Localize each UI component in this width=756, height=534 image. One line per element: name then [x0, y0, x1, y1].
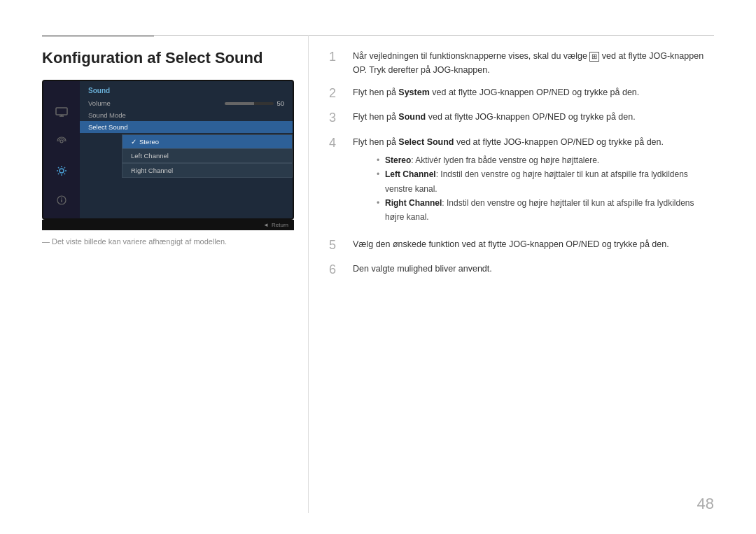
select-sound-label: Select Sound: [88, 123, 128, 131]
dropdown-stereo[interactable]: ✓ Stereo: [122, 134, 293, 148]
stereo-bold: Stereo: [385, 155, 411, 165]
bullet-right-channel: Right Channel: Indstil den venstre og hø…: [377, 196, 714, 225]
volume-value: 50: [276, 99, 284, 107]
dropdown-right-channel[interactable]: Right Channel: [122, 163, 293, 178]
tv-menu-area: Sound Volume 50 Sound Mode Select Sound: [80, 81, 293, 218]
step-4-text: Flyt hen på Select Sound ved at flytte J…: [353, 135, 714, 229]
page-title: Konfiguration af Select Sound: [42, 49, 301, 67]
tv-volume-item: Volume 50: [80, 97, 293, 109]
network-icon: [52, 132, 71, 151]
step-3: 3 Flyt hen på Sound ved at flytte JOG-kn…: [329, 110, 714, 126]
step-5-number: 5: [329, 237, 343, 253]
left-channel-label: Left Channel: [131, 152, 169, 160]
vertical-divider: [308, 35, 309, 513]
step-3-number: 3: [329, 110, 343, 126]
page-number: 48: [697, 495, 714, 513]
svg-point-7: [61, 197, 62, 199]
step-5-text: Vælg den ønskede funktion ved at flytte …: [353, 237, 669, 251]
steps-list: 1 Når vejledningen til funktionsknappern…: [329, 49, 714, 279]
step-3-text: Flyt hen på Sound ved at flytte JOG-knap…: [353, 110, 636, 124]
progress-fill: [225, 102, 254, 105]
sound-dropdown: ✓ Stereo Left Channel Right Channel: [122, 134, 293, 178]
tv-footer: ◄ Return: [42, 220, 294, 230]
step-6: 6 Den valgte mulighed bliver anvendt.: [329, 262, 714, 278]
checkmark-icon: ✓: [131, 138, 136, 146]
info-icon: [52, 190, 71, 210]
step-2: 2 Flyt hen på System ved at flytte JOG-k…: [329, 85, 714, 101]
return-label: Return: [272, 222, 288, 228]
svg-point-3: [60, 140, 63, 143]
step-2-number: 2: [329, 85, 343, 101]
grid-icon: ⊞: [589, 52, 599, 62]
image-note: ― Det viste billede kan variere afhængig…: [42, 237, 301, 246]
monitor-icon: [52, 102, 71, 122]
dropdown-left-channel[interactable]: Left Channel: [122, 148, 293, 163]
step-1: 1 Når vejledningen til funktionsknappern…: [329, 49, 714, 77]
tv-sound-mode-item: Sound Mode: [80, 109, 293, 121]
tv-screen-mockup: Sound Volume 50 Sound Mode Select Sound: [42, 80, 294, 220]
right-column: 1 Når vejledningen til funktionsknappern…: [329, 49, 714, 287]
svg-point-4: [59, 169, 64, 173]
step-6-text: Den valgte mulighed bliver anvendt.: [353, 262, 492, 276]
tv-select-sound-item[interactable]: Select Sound: [80, 121, 293, 133]
step-6-number: 6: [329, 262, 343, 278]
right-channel-label: Right Channel: [131, 167, 173, 174]
sound-mode-label: Sound Mode: [88, 111, 126, 119]
left-channel-bold: Left Channel: [385, 169, 436, 179]
tv-menu-title: Sound: [80, 87, 293, 97]
step-1-text: Når vejledningen til funktionsknapperne …: [353, 49, 714, 77]
step-4: 4 Flyt hen på Select Sound ved at flytte…: [329, 135, 714, 229]
step-1-number: 1: [329, 49, 343, 65]
progress-bar: [225, 102, 274, 105]
right-channel-bold: Right Channel: [385, 198, 442, 208]
system-bold: System: [398, 87, 429, 97]
sound-bold: Sound: [398, 112, 426, 122]
left-column: Konfiguration af Select Sound: [42, 49, 301, 246]
volume-control: 50: [225, 99, 284, 107]
step-4-number: 4: [329, 135, 343, 151]
return-icon: ◄: [263, 222, 269, 228]
stereo-label: Stereo: [139, 138, 159, 146]
bullet-left-channel: Left Channel: Indstil den venstre og høj…: [377, 167, 714, 196]
bullets-list: Stereo: Aktivér lyden fra både venstre o…: [377, 153, 714, 225]
svg-rect-0: [56, 108, 67, 115]
settings-icon: [52, 161, 71, 181]
bullet-stereo: Stereo: Aktivér lyden fra både venstre o…: [377, 153, 714, 167]
select-sound-bold: Select Sound: [398, 137, 454, 147]
volume-label: Volume: [88, 99, 111, 107]
step-5: 5 Vælg den ønskede funktion ved at flytt…: [329, 237, 714, 253]
step-2-text: Flyt hen på System ved at flytte JOG-kna…: [353, 85, 639, 99]
top-divider: [42, 35, 714, 36]
tv-sidebar: [43, 81, 80, 218]
